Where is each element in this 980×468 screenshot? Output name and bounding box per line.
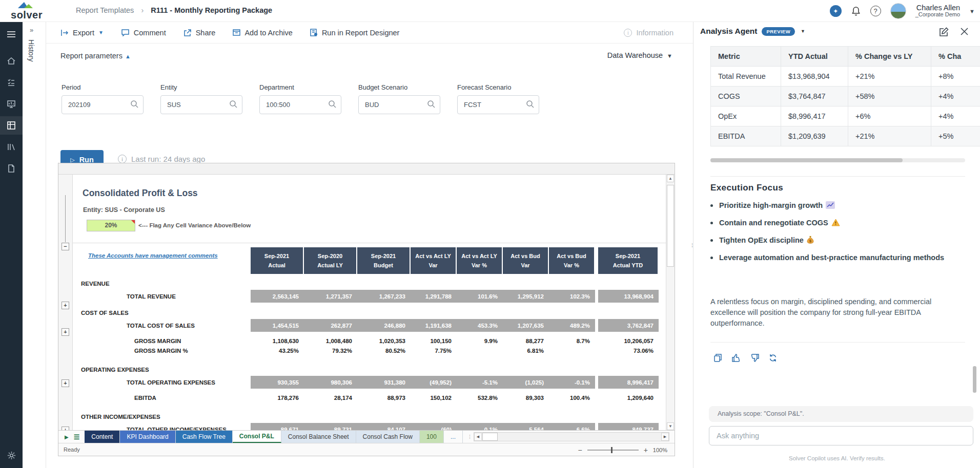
- reports-icon[interactable]: [0, 95, 23, 113]
- cell-value[interactable]: 1,295,912: [503, 290, 549, 303]
- export-button[interactable]: Export ▼: [60, 29, 104, 37]
- cell-value[interactable]: 980,306: [304, 376, 357, 389]
- cell-value[interactable]: -5.1%: [457, 376, 503, 389]
- expand-row-button[interactable]: +: [62, 379, 69, 387]
- search-icon[interactable]: [229, 100, 238, 111]
- sheet-tab--[interactable]: ...: [444, 431, 463, 443]
- search-icon[interactable]: [130, 100, 139, 111]
- thumbs-up-icon[interactable]: [732, 354, 741, 364]
- sheet-horizontal-scrollbar[interactable]: ◀ ▶: [474, 432, 669, 441]
- settings-gear-icon[interactable]: [0, 446, 23, 464]
- copilot-sparkle-icon[interactable]: ✦: [830, 5, 842, 17]
- zoom-slider[interactable]: [587, 450, 639, 451]
- cell-value[interactable]: 489.2%: [549, 319, 595, 332]
- sheet-tab-cash-flow-tree[interactable]: Cash Flow Tree: [176, 431, 233, 443]
- cell-value[interactable]: (1,025): [503, 376, 549, 389]
- sheet-list-icon[interactable]: ☰: [74, 433, 80, 441]
- cell-value[interactable]: 1,207,635: [503, 319, 549, 332]
- information-button[interactable]: i Information: [624, 22, 673, 44]
- cell-value[interactable]: 100.4%: [549, 393, 595, 402]
- cell-value[interactable]: -0.1%: [549, 376, 595, 389]
- cell-value[interactable]: 453.3%: [457, 319, 503, 332]
- cell-value[interactable]: 8,996,417: [598, 376, 659, 389]
- close-panel-icon[interactable]: [960, 27, 969, 39]
- scroll-left-icon[interactable]: ◀: [474, 433, 482, 441]
- home-icon[interactable]: [0, 52, 23, 70]
- zoom-slider-thumb[interactable]: [611, 447, 612, 453]
- agent-menu-chevron-icon[interactable]: ▼: [801, 29, 805, 34]
- sheet-tab-consol-p-l[interactable]: Consol P&L: [233, 431, 281, 443]
- cell-value[interactable]: 931,380: [357, 376, 411, 389]
- data-warehouse-select[interactable]: Data Warehouse▼: [607, 51, 672, 59]
- cell-value[interactable]: 88,973: [357, 393, 411, 402]
- scroll-down-icon[interactable]: ▼: [667, 422, 674, 430]
- spreadsheet-icon[interactable]: [0, 116, 23, 135]
- search-icon[interactable]: [427, 100, 436, 111]
- agent-table-scrollbar[interactable]: [710, 158, 965, 162]
- ask-anything-input[interactable]: [709, 426, 973, 445]
- cell-value[interactable]: 532.8%: [457, 393, 503, 402]
- share-button[interactable]: Share: [183, 29, 216, 37]
- regenerate-icon[interactable]: [769, 354, 777, 364]
- horizontal-scroll-thumb[interactable]: [482, 433, 498, 441]
- cell-value[interactable]: 28,174: [304, 393, 357, 402]
- cell-value[interactable]: 13,968,904: [598, 290, 659, 303]
- cell-value[interactable]: 7.75%: [411, 346, 457, 355]
- cell-value[interactable]: 73.06%: [598, 346, 659, 355]
- cell-value[interactable]: 89,671: [251, 423, 304, 430]
- library-icon[interactable]: [0, 138, 23, 156]
- sheet-tab-content[interactable]: Content: [85, 431, 120, 443]
- menu-icon[interactable]: [0, 25, 23, 44]
- cell-value[interactable]: -0.1%: [457, 423, 503, 430]
- history-expand-icon[interactable]: »: [30, 26, 33, 34]
- expand-row-button[interactable]: +: [62, 328, 69, 336]
- tab-divider-dots[interactable]: ⁞: [469, 434, 472, 440]
- sheet-tab-100[interactable]: 100: [420, 431, 444, 443]
- cell-value[interactable]: 1,191,638: [411, 319, 457, 332]
- tasks-icon[interactable]: [0, 73, 23, 92]
- notifications-bell-icon[interactable]: [851, 6, 861, 16]
- cell-value[interactable]: 2,563,145: [251, 290, 304, 303]
- cell-value[interactable]: 84,107: [357, 423, 411, 430]
- cell-value[interactable]: 8.7%: [549, 336, 595, 346]
- cell-value[interactable]: 79.32%: [304, 346, 357, 355]
- add-to-archive-button[interactable]: Add to Archive: [233, 29, 293, 37]
- cell-value[interactable]: 9.9%: [457, 336, 503, 346]
- cell-value[interactable]: 6.81%: [503, 346, 549, 355]
- cell-value[interactable]: 262,877: [304, 319, 357, 332]
- cell-value[interactable]: 930,355: [251, 376, 304, 389]
- document-icon[interactable]: [0, 159, 23, 178]
- cell-value[interactable]: 10,206,057: [598, 336, 659, 346]
- cell-value[interactable]: 1,267,233: [357, 290, 411, 303]
- sheet-tab-consol-balance-sheet[interactable]: Consol Balance Sheet: [281, 431, 356, 443]
- cell-value[interactable]: 1,008,480: [304, 336, 357, 346]
- expand-row-button[interactable]: +: [62, 302, 69, 309]
- user-menu-chevron-icon[interactable]: ▼: [969, 8, 975, 14]
- search-icon[interactable]: [328, 100, 337, 111]
- cell-value[interactable]: 1,271,357: [304, 290, 357, 303]
- user-block[interactable]: Charles Allen _Corporate Demo: [915, 5, 960, 18]
- cell-value[interactable]: 150,102: [411, 393, 457, 402]
- variance-flag-cell[interactable]: 20%: [87, 220, 135, 231]
- new-chat-icon[interactable]: [939, 27, 949, 39]
- cell-value[interactable]: 80.52%: [357, 346, 411, 355]
- run-in-report-designer-button[interactable]: Run in Report Designer: [310, 29, 400, 37]
- cell-value[interactable]: 178,276: [251, 393, 304, 402]
- cell-value[interactable]: 1,020,353: [357, 336, 411, 346]
- cell-value[interactable]: 89,303: [503, 393, 549, 402]
- next-sheet-icon[interactable]: ▶: [65, 434, 69, 440]
- cell-value[interactable]: (49,952): [411, 376, 457, 389]
- scroll-up-icon[interactable]: ▲: [667, 175, 674, 182]
- agent-table-scroll-thumb[interactable]: [710, 158, 903, 162]
- agent-scroll-thumb[interactable]: [973, 366, 976, 393]
- sheet-vertical-scrollbar[interactable]: ▲ ▼: [666, 175, 675, 430]
- cell-value[interactable]: [549, 346, 595, 355]
- cell-value[interactable]: 6.6%: [549, 423, 595, 430]
- cell-value[interactable]: 1,454,515: [251, 319, 304, 332]
- cell-value[interactable]: 1,291,788: [411, 290, 457, 303]
- breadcrumb-root[interactable]: Report Templates: [76, 6, 134, 14]
- cell-value[interactable]: 43.25%: [251, 346, 304, 355]
- cell-value[interactable]: 849,737: [598, 423, 659, 430]
- cell-value[interactable]: 1,108,630: [251, 336, 304, 346]
- scroll-right-icon[interactable]: ▶: [661, 433, 669, 441]
